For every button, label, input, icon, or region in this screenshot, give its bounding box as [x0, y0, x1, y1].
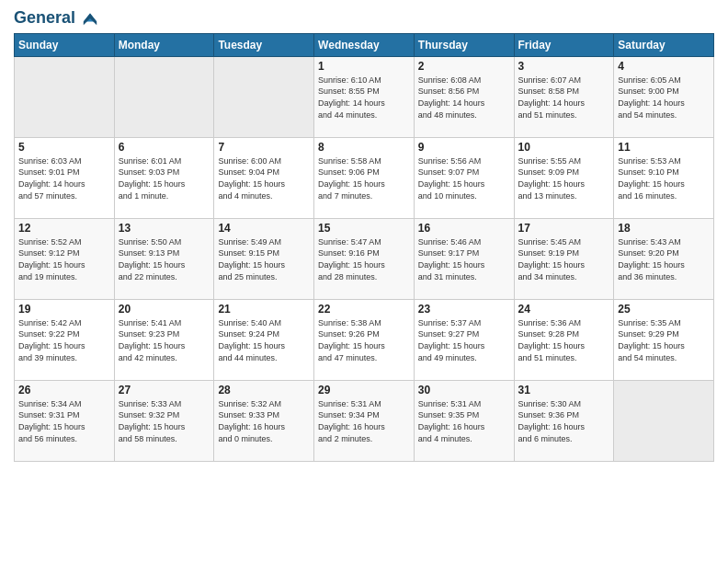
- day-cell: 12Sunrise: 5:52 AM Sunset: 9:12 PM Dayli…: [15, 218, 115, 299]
- day-info: Sunrise: 5:31 AM Sunset: 9:35 PM Dayligh…: [418, 398, 510, 444]
- day-info: Sunrise: 5:49 AM Sunset: 9:15 PM Dayligh…: [218, 236, 310, 282]
- day-info: Sunrise: 5:42 AM Sunset: 9:22 PM Dayligh…: [18, 317, 110, 363]
- day-number: 13: [119, 222, 210, 235]
- day-info: Sunrise: 6:05 AM Sunset: 9:00 PM Dayligh…: [618, 75, 710, 121]
- week-row-4: 19Sunrise: 5:42 AM Sunset: 9:22 PM Dayli…: [15, 299, 714, 380]
- day-cell: 11Sunrise: 5:53 AM Sunset: 9:10 PM Dayli…: [614, 137, 714, 218]
- day-number: 23: [418, 303, 510, 316]
- day-number: 15: [318, 222, 410, 235]
- day-number: 2: [418, 60, 510, 73]
- day-number: 26: [18, 384, 110, 396]
- day-info: Sunrise: 5:47 AM Sunset: 9:16 PM Dayligh…: [318, 236, 410, 282]
- day-number: 7: [218, 141, 310, 154]
- header-day-thursday: Thursday: [414, 33, 514, 56]
- day-info: Sunrise: 6:10 AM Sunset: 8:55 PM Dayligh…: [318, 75, 410, 121]
- day-cell: 13Sunrise: 5:50 AM Sunset: 9:13 PM Dayli…: [114, 218, 214, 299]
- day-cell: 29Sunrise: 5:31 AM Sunset: 9:34 PM Dayli…: [314, 380, 415, 461]
- calendar-table: SundayMondayTuesdayWednesdayThursdayFrid…: [14, 33, 714, 462]
- day-number: 18: [618, 222, 710, 235]
- calendar-header: SundayMondayTuesdayWednesdayThursdayFrid…: [15, 33, 714, 56]
- day-cell: 20Sunrise: 5:41 AM Sunset: 9:23 PM Dayli…: [114, 299, 214, 380]
- day-cell: 8Sunrise: 5:58 AM Sunset: 9:06 PM Daylig…: [314, 137, 415, 218]
- day-info: Sunrise: 5:43 AM Sunset: 9:20 PM Dayligh…: [618, 236, 710, 282]
- day-number: 29: [318, 384, 410, 396]
- header-day-tuesday: Tuesday: [214, 33, 314, 56]
- day-number: 20: [119, 303, 210, 316]
- day-cell: 6Sunrise: 6:01 AM Sunset: 9:03 PM Daylig…: [114, 137, 214, 218]
- day-info: Sunrise: 5:58 AM Sunset: 9:06 PM Dayligh…: [318, 155, 410, 201]
- day-number: 22: [318, 303, 410, 316]
- day-cell: 3Sunrise: 6:07 AM Sunset: 8:58 PM Daylig…: [514, 56, 614, 137]
- day-cell: 5Sunrise: 6:03 AM Sunset: 9:01 PM Daylig…: [15, 137, 115, 218]
- day-cell: [114, 56, 214, 137]
- day-cell: 7Sunrise: 6:00 AM Sunset: 9:04 PM Daylig…: [214, 137, 314, 218]
- day-number: 9: [418, 141, 510, 154]
- logo-icon: [82, 10, 98, 27]
- day-info: Sunrise: 5:55 AM Sunset: 9:09 PM Dayligh…: [518, 155, 610, 201]
- day-info: Sunrise: 6:03 AM Sunset: 9:01 PM Dayligh…: [18, 155, 110, 201]
- day-cell: 26Sunrise: 5:34 AM Sunset: 9:31 PM Dayli…: [15, 380, 115, 461]
- day-cell: 14Sunrise: 5:49 AM Sunset: 9:15 PM Dayli…: [214, 218, 314, 299]
- header-day-wednesday: Wednesday: [314, 33, 415, 56]
- day-cell: [214, 56, 314, 137]
- day-info: Sunrise: 5:37 AM Sunset: 9:27 PM Dayligh…: [418, 317, 510, 363]
- day-number: 19: [18, 303, 110, 316]
- day-info: Sunrise: 5:30 AM Sunset: 9:36 PM Dayligh…: [518, 398, 610, 444]
- day-number: 28: [218, 384, 310, 396]
- day-number: 16: [418, 222, 510, 235]
- header-row: General: [14, 9, 714, 28]
- day-cell: 4Sunrise: 6:05 AM Sunset: 9:00 PM Daylig…: [614, 56, 714, 137]
- day-number: 4: [618, 60, 710, 73]
- header-day-sunday: Sunday: [15, 33, 115, 56]
- calendar-container: General SundayMondayTuesdayWednesdayThur…: [0, 0, 728, 471]
- day-info: Sunrise: 5:34 AM Sunset: 9:31 PM Dayligh…: [18, 398, 110, 444]
- week-row-1: 1Sunrise: 6:10 AM Sunset: 8:55 PM Daylig…: [15, 56, 714, 137]
- day-cell: 25Sunrise: 5:35 AM Sunset: 9:29 PM Dayli…: [614, 299, 714, 380]
- day-number: 30: [418, 384, 510, 396]
- day-cell: 23Sunrise: 5:37 AM Sunset: 9:27 PM Dayli…: [414, 299, 514, 380]
- day-info: Sunrise: 5:50 AM Sunset: 9:13 PM Dayligh…: [119, 236, 210, 282]
- week-row-2: 5Sunrise: 6:03 AM Sunset: 9:01 PM Daylig…: [15, 137, 714, 218]
- day-cell: 9Sunrise: 5:56 AM Sunset: 9:07 PM Daylig…: [414, 137, 514, 218]
- day-cell: 2Sunrise: 6:08 AM Sunset: 8:56 PM Daylig…: [414, 56, 514, 137]
- day-number: 31: [518, 384, 610, 396]
- day-number: 12: [18, 222, 110, 235]
- day-number: 11: [618, 141, 710, 154]
- day-cell: 18Sunrise: 5:43 AM Sunset: 9:20 PM Dayli…: [614, 218, 714, 299]
- day-info: Sunrise: 5:36 AM Sunset: 9:28 PM Dayligh…: [518, 317, 610, 363]
- day-number: 24: [518, 303, 610, 316]
- day-cell: 19Sunrise: 5:42 AM Sunset: 9:22 PM Dayli…: [15, 299, 115, 380]
- week-row-5: 26Sunrise: 5:34 AM Sunset: 9:31 PM Dayli…: [15, 380, 714, 461]
- day-cell: 28Sunrise: 5:32 AM Sunset: 9:33 PM Dayli…: [214, 380, 314, 461]
- day-info: Sunrise: 5:46 AM Sunset: 9:17 PM Dayligh…: [418, 236, 510, 282]
- day-cell: 24Sunrise: 5:36 AM Sunset: 9:28 PM Dayli…: [514, 299, 614, 380]
- day-cell: 22Sunrise: 5:38 AM Sunset: 9:26 PM Dayli…: [314, 299, 415, 380]
- day-number: 5: [18, 141, 110, 154]
- logo: General: [14, 9, 98, 28]
- day-cell: 15Sunrise: 5:47 AM Sunset: 9:16 PM Dayli…: [314, 218, 415, 299]
- day-number: 3: [518, 60, 610, 73]
- week-row-3: 12Sunrise: 5:52 AM Sunset: 9:12 PM Dayli…: [15, 218, 714, 299]
- logo-general: General: [14, 8, 75, 27]
- day-cell: 16Sunrise: 5:46 AM Sunset: 9:17 PM Dayli…: [414, 218, 514, 299]
- day-number: 14: [218, 222, 310, 235]
- day-info: Sunrise: 6:07 AM Sunset: 8:58 PM Dayligh…: [518, 75, 610, 121]
- day-info: Sunrise: 5:56 AM Sunset: 9:07 PM Dayligh…: [418, 155, 510, 201]
- day-info: Sunrise: 5:52 AM Sunset: 9:12 PM Dayligh…: [18, 236, 110, 282]
- calendar-body: 1Sunrise: 6:10 AM Sunset: 8:55 PM Daylig…: [15, 56, 714, 461]
- day-number: 27: [119, 384, 210, 396]
- header-row-days: SundayMondayTuesdayWednesdayThursdayFrid…: [15, 33, 714, 56]
- day-cell: 10Sunrise: 5:55 AM Sunset: 9:09 PM Dayli…: [514, 137, 614, 218]
- day-cell: 27Sunrise: 5:33 AM Sunset: 9:32 PM Dayli…: [114, 380, 214, 461]
- header-day-saturday: Saturday: [614, 33, 714, 56]
- header-day-friday: Friday: [514, 33, 614, 56]
- day-cell: 17Sunrise: 5:45 AM Sunset: 9:19 PM Dayli…: [514, 218, 614, 299]
- day-info: Sunrise: 5:41 AM Sunset: 9:23 PM Dayligh…: [119, 317, 210, 363]
- day-number: 8: [318, 141, 410, 154]
- day-info: Sunrise: 6:01 AM Sunset: 9:03 PM Dayligh…: [119, 155, 210, 201]
- day-number: 17: [518, 222, 610, 235]
- logo-text: General: [14, 9, 98, 28]
- day-info: Sunrise: 5:45 AM Sunset: 9:19 PM Dayligh…: [518, 236, 610, 282]
- day-info: Sunrise: 5:35 AM Sunset: 9:29 PM Dayligh…: [618, 317, 710, 363]
- day-info: Sunrise: 5:31 AM Sunset: 9:34 PM Dayligh…: [318, 398, 410, 444]
